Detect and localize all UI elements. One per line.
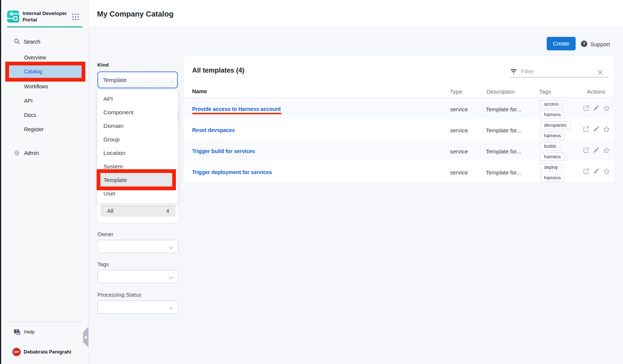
svg-text:?: ?: [15, 329, 18, 333]
